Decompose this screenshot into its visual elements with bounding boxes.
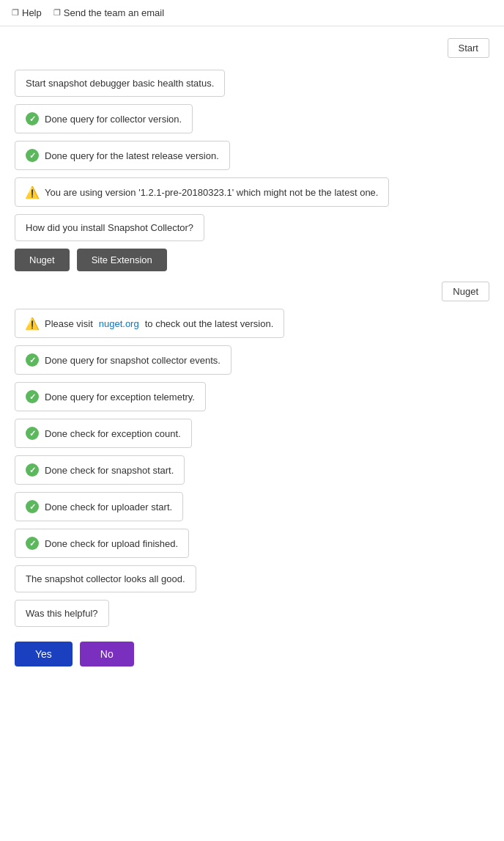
yes-button[interactable]: Yes	[15, 642, 73, 666]
top-bar: ❐ Help ❐ Send the team an email	[0, 0, 504, 26]
external-icon-email: ❐	[53, 8, 61, 18]
check-icon-exception-count	[26, 427, 39, 440]
check-icon-upload-finished	[26, 537, 39, 550]
check-icon-snapshot-events	[26, 353, 39, 367]
start-button[interactable]: Start	[448, 38, 489, 58]
nuget-response-button[interactable]: Nuget	[442, 282, 489, 301]
check-icon-exception-telemetry	[26, 390, 39, 403]
warn-icon-version: ⚠️	[26, 186, 39, 199]
email-label: Send the team an email	[64, 7, 164, 18]
nuget-response-row: Nuget	[15, 282, 489, 301]
done-exception-telemetry-text: Done query for exception telemetry.	[45, 392, 195, 403]
install-buttons-row: Nuget Site Extension	[15, 249, 489, 271]
no-button[interactable]: No	[80, 642, 134, 666]
done-latest-release-box: Done query for the latest release versio…	[15, 141, 230, 170]
done-exception-telemetry-box: Done query for exception telemetry.	[15, 382, 206, 411]
done-exception-count-text: Done check for exception count.	[45, 428, 181, 439]
feedback-buttons-row: Yes No	[15, 642, 489, 666]
help-link[interactable]: ❐ Help	[12, 7, 42, 18]
nuget-visit-text1: Please visit	[45, 318, 93, 329]
done-snapshot-events-box: Done query for snapshot collector events…	[15, 345, 231, 375]
install-question-box: How did you install Snapshot Collector?	[15, 214, 204, 241]
done-uploader-start-box: Done check for uploader start.	[15, 492, 183, 521]
site-extension-button[interactable]: Site Extension	[77, 249, 167, 271]
done-uploader-start-text: Done check for uploader start.	[45, 502, 172, 513]
version-warning-box: ⚠️ You are using version '1.2.1-pre-2018…	[15, 177, 389, 207]
done-latest-release-text: Done query for the latest release versio…	[45, 150, 219, 161]
nuget-link[interactable]: nuget.org	[99, 318, 139, 329]
looks-good-text: The snapshot collector looks all good.	[26, 573, 185, 584]
helpful-box: Was this helpful?	[15, 600, 109, 627]
help-label: Help	[22, 7, 42, 18]
email-link[interactable]: ❐ Send the team an email	[53, 7, 164, 18]
version-warning-text: You are using version '1.2.1-pre-2018032…	[45, 187, 378, 198]
start-title-box: Start snapshot debugger basic health sta…	[15, 70, 225, 97]
done-upload-finished-text: Done check for upload finished.	[45, 538, 178, 549]
done-exception-count-box: Done check for exception count.	[15, 419, 192, 448]
was-helpful-text: Was this helpful?	[26, 608, 98, 619]
check-icon-snapshot-start	[26, 463, 39, 477]
main-content: Start Start snapshot debugger basic heal…	[0, 26, 504, 688]
done-upload-finished-box: Done check for upload finished.	[15, 529, 189, 558]
external-icon-help: ❐	[12, 8, 19, 18]
warn-icon-nuget: ⚠️	[26, 317, 39, 330]
done-collector-version-text: Done query for collector version.	[45, 114, 182, 125]
check-icon-latest-release	[26, 149, 39, 162]
done-snapshot-start-box: Done check for snapshot start.	[15, 455, 185, 485]
looks-good-box: The snapshot collector looks all good.	[15, 565, 196, 592]
done-snapshot-start-text: Done check for snapshot start.	[45, 465, 174, 476]
nuget-visit-box: ⚠️ Please visit nuget.org to check out t…	[15, 309, 284, 338]
install-question-text: How did you install Snapshot Collector?	[26, 222, 193, 233]
start-title-text: Start snapshot debugger basic health sta…	[26, 78, 214, 89]
check-icon-uploader-start	[26, 500, 39, 513]
done-collector-version-box: Done query for collector version.	[15, 104, 193, 133]
nuget-visit-text2: to check out the latest version.	[145, 318, 274, 329]
nuget-button[interactable]: Nuget	[15, 249, 70, 271]
start-button-row: Start	[15, 38, 489, 58]
done-snapshot-events-text: Done query for snapshot collector events…	[45, 355, 220, 366]
check-icon-collector	[26, 112, 39, 125]
